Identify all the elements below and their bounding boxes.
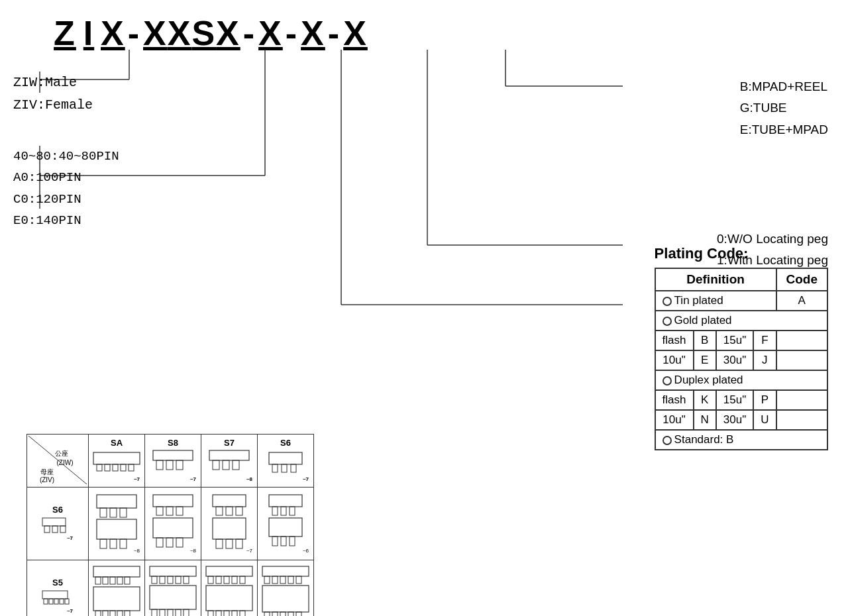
svg-rect-127 bbox=[264, 576, 270, 584]
svg-rect-118 bbox=[240, 576, 245, 584]
pn-x4: X bbox=[343, 13, 368, 53]
d-empty-1 bbox=[776, 390, 828, 410]
svg-rect-59 bbox=[166, 538, 173, 547]
svg-rect-46 bbox=[110, 508, 117, 517]
gold-plated-header: Gold plated bbox=[655, 311, 827, 331]
svg-rect-25 bbox=[156, 460, 163, 470]
grid-cell-s6-s8: ~8 bbox=[145, 488, 201, 560]
svg-rect-37 bbox=[291, 464, 296, 472]
svg-rect-108 bbox=[160, 609, 165, 616]
svg-rect-71 bbox=[269, 495, 302, 507]
svg-rect-84 bbox=[60, 599, 64, 604]
svg-rect-101 bbox=[152, 576, 157, 584]
pin-labels: 40~80:40~80PIN A0:100PIN C0:120PIN E0:14… bbox=[13, 146, 119, 231]
col-definition: Definition bbox=[655, 268, 776, 291]
svg-text:~8: ~8 bbox=[246, 476, 253, 482]
svg-rect-92 bbox=[125, 577, 130, 584]
cell-s6-s6-svg: ~6 bbox=[259, 491, 312, 554]
gold-row-1: flash B 15u" F bbox=[655, 331, 827, 350]
svg-rect-94 bbox=[95, 611, 101, 616]
d-15u-label: 15u" bbox=[716, 390, 753, 410]
svg-rect-40 bbox=[44, 526, 50, 533]
svg-rect-135 bbox=[280, 612, 286, 616]
svg-rect-119 bbox=[206, 586, 252, 611]
svg-rect-68 bbox=[226, 539, 233, 548]
svg-rect-95 bbox=[103, 611, 108, 616]
svg-rect-111 bbox=[184, 609, 189, 616]
svg-text:~8: ~8 bbox=[134, 548, 140, 554]
svg-rect-100 bbox=[150, 566, 196, 576]
svg-rect-96 bbox=[110, 611, 115, 616]
pn-x3: X bbox=[301, 13, 325, 53]
pn-x1: X bbox=[101, 13, 125, 53]
pn-z: Z bbox=[53, 13, 77, 53]
svg-rect-55 bbox=[166, 507, 173, 515]
pn-sx2: X bbox=[216, 13, 240, 53]
svg-rect-120 bbox=[208, 611, 213, 616]
cell-s6-s8-svg: ~8 bbox=[146, 491, 199, 554]
svg-rect-129 bbox=[280, 576, 286, 584]
svg-rect-35 bbox=[272, 464, 278, 472]
svg-rect-130 bbox=[288, 576, 293, 584]
svg-rect-81 bbox=[44, 599, 48, 604]
svg-rect-72 bbox=[272, 507, 278, 515]
cell-s5-sa-svg: ~8 bbox=[90, 564, 143, 616]
g-30u-code: J bbox=[753, 350, 776, 370]
svg-rect-49 bbox=[100, 539, 107, 548]
pkg-e: E:TUBE+MPAD bbox=[740, 119, 828, 140]
s7-header-conn: ~8 bbox=[203, 449, 256, 482]
svg-rect-115 bbox=[216, 576, 221, 584]
svg-rect-64 bbox=[226, 507, 233, 515]
svg-rect-80 bbox=[42, 591, 68, 599]
grid-row-s6: S6 ~7 bbox=[27, 488, 314, 560]
svg-rect-57 bbox=[153, 518, 193, 538]
row-label-s6: S6 ~7 bbox=[27, 488, 89, 560]
svg-rect-121 bbox=[216, 611, 221, 616]
svg-rect-107 bbox=[152, 609, 157, 616]
cell-s5-s7-svg: ~11 bbox=[203, 564, 256, 616]
svg-rect-34 bbox=[269, 452, 302, 464]
svg-rect-24 bbox=[153, 450, 193, 460]
grid-cell-s6-s6: ~6 bbox=[258, 488, 314, 560]
svg-rect-97 bbox=[117, 611, 123, 616]
svg-text:(ZIV): (ZIV) bbox=[40, 476, 54, 484]
pn-dash3: - bbox=[283, 13, 301, 53]
d-flash-code: K bbox=[694, 390, 716, 410]
d-30u-label: 30u" bbox=[716, 410, 753, 430]
svg-rect-66 bbox=[213, 518, 246, 539]
svg-rect-122 bbox=[224, 611, 229, 616]
cell-s5-s6-svg: ~12 bbox=[259, 564, 312, 616]
grid-row-s5: S5 ~7 bbox=[27, 560, 314, 617]
svg-rect-134 bbox=[272, 612, 278, 616]
svg-rect-116 bbox=[224, 576, 229, 584]
sa-header-conn: ~7 bbox=[90, 449, 143, 482]
g-15u-code: F bbox=[753, 331, 776, 350]
svg-rect-18 bbox=[97, 464, 102, 471]
svg-rect-36 bbox=[282, 464, 287, 472]
g-empty-1 bbox=[776, 331, 828, 350]
g-30u-label: 30u" bbox=[716, 350, 753, 370]
tin-bullet bbox=[662, 297, 672, 306]
tin-plated-def: Tin plated bbox=[655, 291, 776, 311]
svg-rect-76 bbox=[272, 537, 278, 546]
svg-rect-131 bbox=[296, 576, 301, 584]
grid-cell-s5-s7: ~11 bbox=[201, 560, 258, 617]
svg-rect-74 bbox=[290, 507, 295, 515]
svg-rect-113 bbox=[206, 566, 252, 576]
svg-rect-48 bbox=[97, 519, 136, 539]
svg-rect-51 bbox=[120, 539, 127, 548]
d-10u-label: 10u" bbox=[655, 410, 694, 430]
svg-rect-54 bbox=[156, 507, 163, 515]
svg-rect-88 bbox=[95, 577, 101, 584]
s6-row-conn: ~7 bbox=[41, 515, 74, 541]
svg-rect-69 bbox=[236, 539, 242, 548]
svg-rect-91 bbox=[117, 577, 123, 584]
gold-plated-header-row: Gold plated bbox=[655, 311, 827, 331]
g-15u-label: 15u" bbox=[716, 331, 753, 350]
pn-dash4: - bbox=[325, 13, 343, 53]
grid-cell-s6-sa: ~8 bbox=[89, 488, 145, 560]
svg-rect-22 bbox=[129, 464, 134, 471]
svg-rect-17 bbox=[93, 452, 140, 464]
svg-text:公座: 公座 bbox=[55, 450, 68, 457]
svg-rect-21 bbox=[121, 464, 126, 471]
